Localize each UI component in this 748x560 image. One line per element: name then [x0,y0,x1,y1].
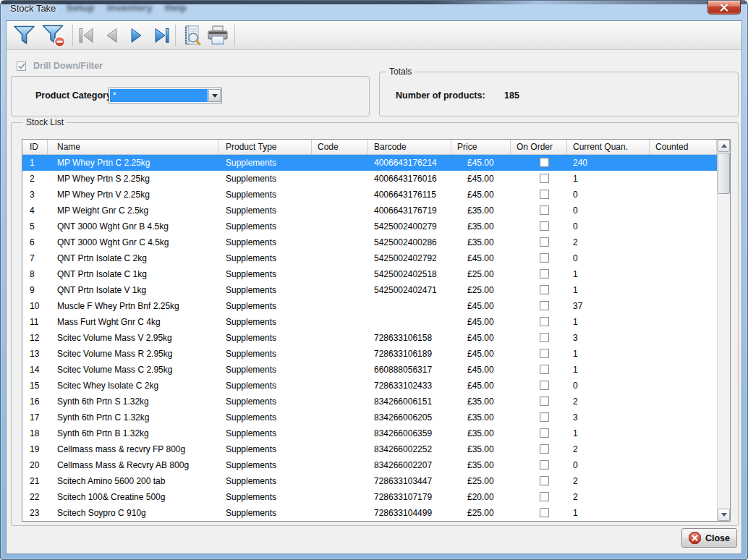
cell-name: Scitec Volume Mass C 2.95kg [48,362,218,378]
cell-current-quan: 1 [567,171,650,187]
print-button[interactable] [205,23,231,48]
table-row[interactable]: 21 Scitech Amino 5600 200 tab Supplement… [22,473,717,489]
on-order-checkbox[interactable] [540,349,549,358]
on-order-checkbox[interactable] [540,174,549,183]
close-button[interactable]: Close [681,528,737,548]
table-row[interactable]: 12 Scitec Volume Mass V 2.95kg Supplemen… [22,330,717,346]
column-header-current-quan[interactable]: Current Quan. [567,140,650,154]
cell-current-quan: 240 [567,155,650,171]
table-row[interactable]: 3 MP Whey Prtn V 2.25kg Supplements 4006… [22,187,717,203]
table-row[interactable]: 8 QNT Prtn Isolate C 1kg Supplements 542… [22,266,717,282]
column-header-barcode[interactable]: Barcode [368,140,451,154]
triangle-up-icon [721,144,727,148]
cell-product-type: Supplements [218,234,312,250]
product-category-label: Product Category: [35,90,114,101]
filter-button[interactable] [11,23,37,48]
on-order-checkbox[interactable] [540,381,549,390]
cell-barcode: 834266006205 [368,410,451,425]
column-header-name[interactable]: Name [48,140,218,154]
cell-barcode: 5425002402792 [368,250,451,266]
on-order-checkbox[interactable] [540,412,549,422]
drill-down-checkbox[interactable] [17,61,26,71]
on-order-checkbox[interactable] [540,396,549,406]
column-header-code[interactable]: Code [312,140,368,154]
on-order-checkbox[interactable] [540,492,549,501]
stock-table-body: 1 MP Whey Prtn C 2.25kg Supplements 4006… [22,155,717,521]
column-header-product-type[interactable]: Product Type [218,140,312,154]
table-row[interactable]: 5 QNT 3000 Wght Gnr B 4.5kg Supplements … [22,219,717,234]
cell-barcode: 834266006151 [368,394,451,410]
cell-on-order [511,282,567,298]
cell-on-order [511,219,567,234]
table-row[interactable]: 10 Muscle F Whey Prtn Bnf 2.25kg Supplem… [22,298,717,314]
table-row[interactable]: 4 MP Weight Gnr C 2.5kg Supplements 4006… [22,203,717,219]
cell-name: Synth 6th Prtn C 1.32kg [48,410,218,425]
table-row[interactable]: 16 Synth 6th Prtn S 1.32kg Supplements 8… [22,394,717,410]
table-row[interactable]: 20 Cellmass Mass & Recvry AB 800g Supple… [22,457,717,473]
on-order-checkbox[interactable] [540,460,549,470]
table-row[interactable]: 13 Scitec Volume Mass R 2.95kg Supplemen… [22,346,717,362]
cell-on-order [511,489,567,505]
window-close-button[interactable] [707,1,741,14]
table-row[interactable]: 18 Synth 6th Prtn B 1.32kg Supplements 8… [22,425,717,441]
table-row[interactable]: 17 Synth 6th Prtn C 1.32kg Supplements 8… [22,410,717,425]
on-order-checkbox[interactable] [540,221,549,231]
cell-counted [650,410,717,425]
scroll-up-button[interactable] [718,140,730,152]
on-order-checkbox[interactable] [540,444,549,454]
cell-price: £25.00 [451,266,511,282]
table-row[interactable]: 15 Scitec Whey Isolate C 2kg Supplements… [22,378,717,394]
next-record-button[interactable] [124,23,150,48]
on-order-checkbox[interactable] [540,508,549,517]
cell-barcode: 728633107179 [368,489,451,505]
cell-counted [650,155,717,171]
on-order-checkbox[interactable] [540,317,549,326]
column-header-on-order[interactable]: On Order [511,140,567,154]
on-order-checkbox[interactable] [540,285,549,294]
number-of-products-label: Number of products: [396,90,485,101]
cell-id: 17 [22,410,48,425]
cell-price: £20.00 [451,489,511,505]
on-order-checkbox[interactable] [540,365,549,374]
clear-filter-button[interactable] [41,23,67,48]
product-category-combobox[interactable]: * [109,88,222,103]
table-row[interactable]: 19 Cellmass mass & recvry FP 800g Supple… [22,441,717,457]
on-order-checkbox[interactable] [540,301,549,310]
column-header-id[interactable]: ID [22,140,48,154]
table-row[interactable]: 22 Scitech 100& Creatine 500g Supplement… [22,489,717,505]
table-row[interactable]: 7 QNT Prtn Isolate C 2kg Supplements 542… [22,250,717,266]
cell-id: 22 [22,489,48,505]
column-header-price[interactable]: Price [451,140,511,154]
table-row[interactable]: 11 Mass Furt Wght Gnr C 4kg Supplements … [22,314,717,330]
titlebar[interactable]: Setup Inventory Help Stock Take [0,0,748,20]
table-row[interactable]: 6 QNT 3000 Wght Gnr C 4.5kg Supplements … [22,234,717,250]
report-preview-button[interactable] [178,23,204,48]
scroll-down-button[interactable] [718,509,730,521]
on-order-checkbox[interactable] [540,269,549,279]
table-row[interactable]: 23 Scitech Soypro C 910g Supplements 728… [22,505,717,521]
table-row[interactable]: 2 MP Whey Prtn S 2.25kg Supplements 4006… [22,171,717,187]
on-order-checkbox[interactable] [540,158,549,167]
on-order-checkbox[interactable] [540,190,549,199]
scrollbar-thumb[interactable] [718,153,730,194]
on-order-checkbox[interactable] [540,205,549,215]
on-order-checkbox[interactable] [540,237,549,247]
vertical-scrollbar[interactable] [717,140,730,521]
cell-product-type: Supplements [218,346,312,362]
table-row[interactable]: 9 QNT Prtn Isolate V 1kg Supplements 542… [22,282,717,298]
table-row[interactable]: 14 Scitec Volume Mass C 2.95kg Supplemen… [22,362,717,378]
on-order-checkbox[interactable] [540,428,549,438]
on-order-checkbox[interactable] [540,333,549,342]
combo-dropdown-button[interactable] [208,89,221,102]
table-row[interactable]: 1 MP Whey Prtn C 2.25kg Supplements 4006… [22,155,717,171]
cell-id: 9 [22,282,48,298]
last-record-button[interactable] [149,23,175,48]
first-record-button[interactable] [73,23,99,48]
previous-record-button[interactable] [98,23,124,48]
cell-current-quan: 3 [567,330,650,346]
cell-code [312,187,368,203]
cell-barcode [368,314,451,330]
on-order-checkbox[interactable] [540,253,549,263]
on-order-checkbox[interactable] [540,476,549,485]
column-header-counted[interactable]: Counted [650,140,717,154]
